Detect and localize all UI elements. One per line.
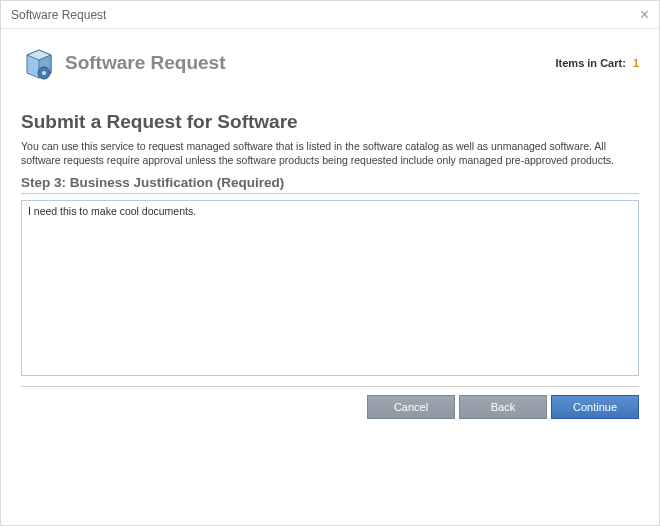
justification-input[interactable]: [21, 200, 639, 376]
title-bar: Software Request ×: [1, 1, 659, 29]
dialog-content: Software Request Items in Cart: 1 Submit…: [1, 29, 659, 525]
button-row: Cancel Back Continue: [21, 395, 639, 419]
back-button[interactable]: Back: [459, 395, 547, 419]
cancel-button[interactable]: Cancel: [367, 395, 455, 419]
software-request-dialog: Software Request × Software Request Item…: [0, 0, 660, 526]
continue-button[interactable]: Continue: [551, 395, 639, 419]
step-title: Step 3: Business Justification (Required…: [21, 175, 639, 194]
svg-point-4: [42, 71, 46, 75]
description-text: You can use this service to request mana…: [21, 139, 639, 167]
software-box-icon: [21, 45, 57, 81]
header-row: Software Request Items in Cart: 1: [21, 45, 639, 81]
main-title: Submit a Request for Software: [21, 111, 639, 133]
header-left: Software Request: [21, 45, 225, 81]
divider: [21, 386, 639, 387]
window-title: Software Request: [11, 8, 106, 22]
cart-indicator: Items in Cart: 1: [556, 57, 639, 69]
cart-label: Items in Cart:: [556, 57, 626, 69]
cart-count: 1: [633, 57, 639, 69]
page-title: Software Request: [65, 52, 225, 74]
close-icon[interactable]: ×: [640, 7, 649, 23]
